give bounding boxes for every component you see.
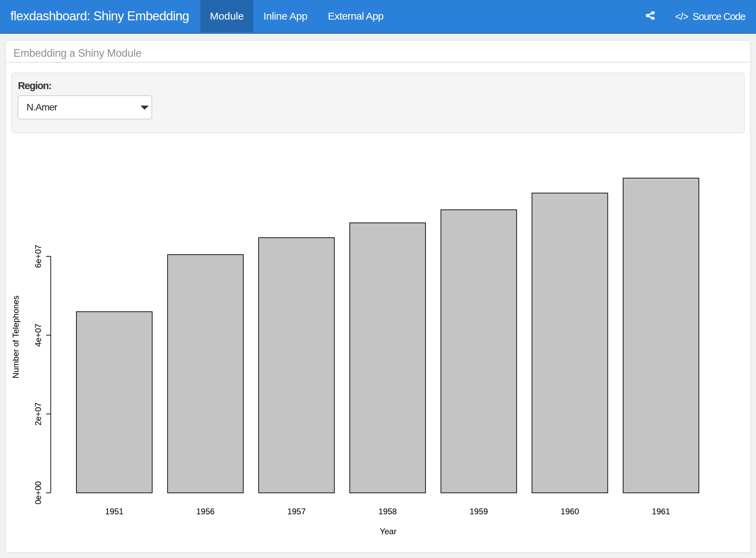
svg-text:Number of Telephones: Number of Telephones <box>11 296 20 378</box>
svg-text:1951: 1951 <box>105 507 123 516</box>
svg-text:1959: 1959 <box>470 507 488 516</box>
svg-text:2e+07: 2e+07 <box>33 403 43 426</box>
svg-text:6e+07: 6e+07 <box>33 245 43 268</box>
svg-text:1956: 1956 <box>196 507 214 516</box>
svg-text:1960: 1960 <box>561 507 579 516</box>
svg-text:1957: 1957 <box>287 507 306 516</box>
svg-text:1961: 1961 <box>652 507 670 516</box>
svg-text:0e+00: 0e+00 <box>33 481 43 504</box>
svg-text:1958: 1958 <box>378 507 397 516</box>
svg-text:4e+07: 4e+07 <box>33 324 43 347</box>
svg-text:Year: Year <box>380 527 397 536</box>
